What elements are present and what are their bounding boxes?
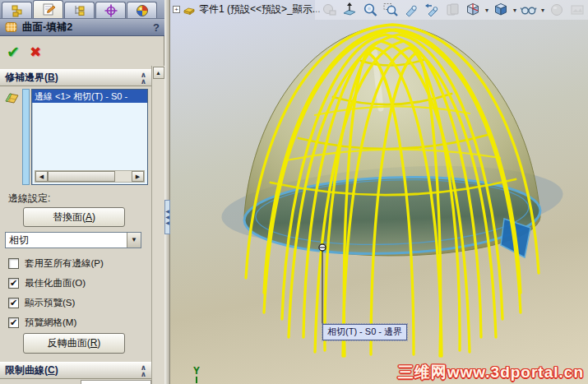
alternate-face-button[interactable]: 替換面(A)	[23, 207, 125, 227]
dimxpert-tab[interactable]	[95, 2, 126, 18]
constraint-curves-group-header[interactable]: 限制曲線(C) ∧∧	[0, 362, 151, 379]
checkbox-apply-all-edges[interactable]: 套用至所有邊線(P)	[8, 257, 148, 270]
apply-scene-icon[interactable]	[568, 1, 586, 19]
cancel-button[interactable]: ✖	[30, 44, 41, 61]
feature-tree-overlay[interactable]: + 零件1 (預設<<預設>_顯示...	[173, 2, 321, 16]
ok-button[interactable]: ✔	[7, 43, 20, 62]
dimxpert-target-icon	[104, 3, 118, 18]
checkbox-optimize-surface[interactable]: ✔ 最佳化曲面(O)	[8, 276, 148, 289]
scroll-left-icon[interactable]: ◀	[35, 171, 48, 182]
origin-triad: Y	[193, 364, 200, 383]
chevron-down-icon[interactable]: ▾	[513, 7, 516, 14]
dropdown-value: 相切	[6, 234, 127, 248]
panel-splitter[interactable]: ◀◀◀	[164, 0, 170, 384]
edit-appearance-icon[interactable]	[548, 1, 566, 19]
hide-show-items-icon[interactable]	[520, 1, 538, 19]
vertex-marker[interactable]	[319, 244, 326, 251]
surface-fill-icon	[5, 21, 18, 33]
constraint-curves-list-partial	[81, 380, 151, 384]
featuremanager-tab[interactable]	[2, 2, 32, 18]
list-horizontal-scrollbar[interactable]: ◀ ▶	[35, 170, 145, 183]
patch-boundary-group-header[interactable]: 修補邊界(B) ∧∧	[0, 69, 151, 86]
boundary-edges-icon	[4, 91, 21, 106]
graphics-viewport[interactable]: + 零件1 (預設<<預設>_顯示... ▾ ▾ ▾ 相切(T) - S0 - …	[170, 0, 588, 384]
reverse-surface-button[interactable]: 反轉曲面(R)	[23, 333, 125, 354]
splitter-collapse-handle[interactable]: ◀◀◀	[164, 200, 170, 234]
section-view-icon[interactable]	[443, 1, 461, 19]
scroll-up-icon[interactable]: ▲	[153, 67, 164, 79]
list-item-selected[interactable]: 邊線 <1> 相切(T) - S0 -	[32, 90, 147, 103]
heads-up-toolbar: ▾ ▾ ▾	[315, 0, 588, 20]
manager-tab-bar	[0, 0, 164, 19]
triad-y-axis	[196, 377, 197, 383]
measure-icon[interactable]	[320, 1, 338, 19]
help-icon[interactable]: ?	[153, 21, 160, 34]
tangency-callout[interactable]: 相切(T) - S0 - 邊界	[322, 324, 407, 340]
zoom-area-icon[interactable]	[382, 1, 400, 19]
view-plane-icon[interactable]	[340, 1, 359, 19]
chevron-down-icon[interactable]: ▾	[541, 7, 544, 14]
rotate-view-icon[interactable]	[402, 1, 420, 19]
configuration-tree-icon	[72, 3, 87, 18]
boundary-edge-list[interactable]: 邊線 <1> 相切(T) - S0 - ◀ ▶	[31, 89, 148, 185]
edge-settings-label: 邊線設定:	[8, 192, 50, 206]
chevron-down-icon[interactable]: ▾	[485, 7, 488, 14]
tree-item-label[interactable]: 零件1 (預設<<預設>_顯示...	[199, 2, 321, 16]
previous-view-icon[interactable]	[423, 1, 441, 19]
view-orientation-icon[interactable]	[464, 1, 482, 19]
configurationmanager-tab[interactable]	[64, 2, 95, 18]
confirm-row: ✔ ✖	[0, 38, 151, 66]
collapse-chevron-icon[interactable]: ∧∧	[141, 364, 146, 377]
part-icon	[183, 4, 196, 15]
property-form-icon	[41, 2, 56, 17]
scroll-right-icon[interactable]: ▶	[132, 171, 144, 182]
display-style-icon[interactable]	[492, 1, 510, 19]
checkbox-preview-mesh[interactable]: ✔ 預覽網格(M)	[8, 316, 148, 329]
property-manager-panel: 曲面-填補2 ? ✔ ✖ 修補邊界(B) ∧∧ 邊線 <1> 相切(T) - S…	[0, 0, 164, 384]
curvature-control-dropdown[interactable]: 相切 ▼	[5, 232, 141, 248]
propertymanager-tab[interactable]	[33, 0, 63, 18]
triad-y-label: Y	[193, 364, 200, 377]
selection-color-strip	[22, 89, 30, 185]
collapse-chevron-icon[interactable]: ∧∧	[141, 72, 146, 85]
zoom-fit-icon[interactable]	[361, 1, 379, 19]
panel-vertical-scrollbar[interactable]: ▲	[151, 66, 164, 384]
chevron-down-icon[interactable]: ▼	[127, 233, 141, 248]
panel-title: 曲面-填補2	[22, 21, 153, 35]
tree-expand-icon[interactable]: +	[173, 6, 180, 13]
displaymanager-tab[interactable]	[127, 2, 157, 18]
checkbox-show-preview[interactable]: ✔ 顯示預覽(S)	[8, 296, 148, 309]
display-sphere-icon	[135, 3, 150, 18]
solidworks-window: 曲面-填補2 ? ✔ ✖ 修補邊界(B) ∧∧ 邊線 <1> 相切(T) - S…	[0, 0, 588, 384]
panel-title-bar: 曲面-填補2 ?	[0, 19, 164, 36]
watermark-text: 三维网www.3dportal.cn	[398, 362, 584, 383]
scrollbar-thumb[interactable]	[48, 171, 115, 182]
design-tree-icon	[10, 3, 25, 18]
